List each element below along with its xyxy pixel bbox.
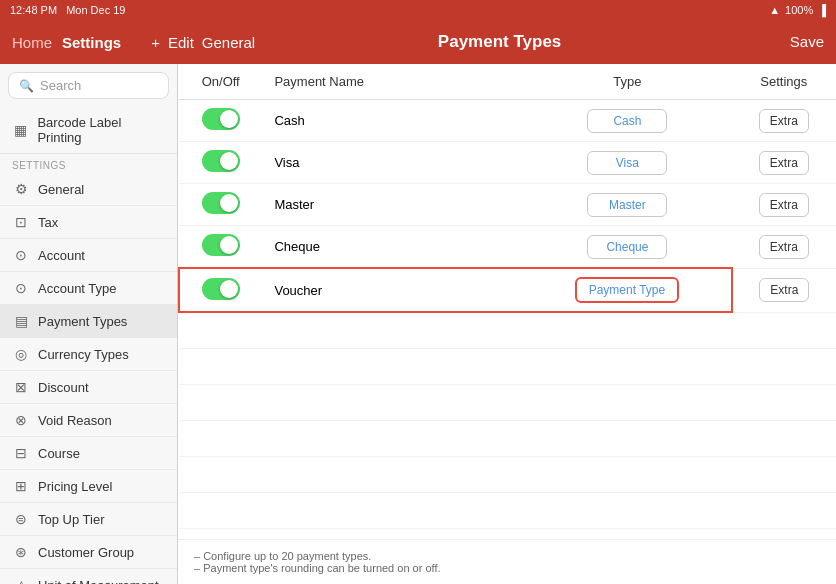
table-row-visa[interactable]: VisaVisaExtra <box>179 142 836 184</box>
discount-label: Discount <box>38 380 89 395</box>
footer-line-2: – Payment type's rounding can be turned … <box>194 562 820 574</box>
wifi-icon: ▲ <box>769 4 780 16</box>
sidebar-item-barcode[interactable]: ▦ Barcode Label Printing <box>0 107 177 154</box>
status-time: 12:48 PM Mon Dec 19 <box>10 4 125 16</box>
sidebar-item-account-type[interactable]: ⊙ Account Type <box>0 272 177 305</box>
time-display: 12:48 PM <box>10 4 57 16</box>
table-row-voucher[interactable]: VoucherPayment TypeExtra <box>179 268 836 312</box>
type-btn-cheque[interactable]: Cheque <box>587 235 667 259</box>
col-header-type: Type <box>523 64 732 100</box>
toggle-master[interactable] <box>202 192 240 214</box>
status-indicators: ▲ 100% ▐ <box>769 4 826 16</box>
sidebar-item-pricing-level[interactable]: ⊞ Pricing Level <box>0 470 177 503</box>
empty-row <box>179 492 836 528</box>
edit-button[interactable]: Edit <box>168 34 194 51</box>
name-cell-visa: Visa <box>262 142 523 184</box>
footer-line-1: – Configure up to 20 payment types. <box>194 550 820 562</box>
battery-icon: ▐ <box>818 4 826 16</box>
name-cell-master: Master <box>262 184 523 226</box>
settings-cell-master: Extra <box>732 184 836 226</box>
type-btn-master[interactable]: Master <box>587 193 667 217</box>
col-header-settings: Settings <box>732 64 836 100</box>
settings-cell-cheque: Extra <box>732 226 836 269</box>
table-header-row: On/Off Payment Name Type Settings <box>179 64 836 100</box>
table-row-cheque[interactable]: ChequeChequeExtra <box>179 226 836 269</box>
unit-measurement-label: Unit of Measurement <box>38 578 159 585</box>
customer-group-label: Customer Group <box>38 545 134 560</box>
extra-btn-cash[interactable]: Extra <box>759 109 809 133</box>
name-cell-cheque: Cheque <box>262 226 523 269</box>
settings-nav-item[interactable]: Settings <box>62 34 121 51</box>
extra-btn-voucher[interactable]: Extra <box>759 278 809 302</box>
top-up-tier-label: Top Up Tier <box>38 512 104 527</box>
add-button[interactable]: + <box>151 34 160 51</box>
toggle-cell-cheque <box>179 226 262 269</box>
type-cell-cash: Cash <box>523 100 732 142</box>
sidebar-item-unit-measurement[interactable]: △ Unit of Measurement <box>0 569 177 584</box>
void-reason-label: Void Reason <box>38 413 112 428</box>
table-row-cash[interactable]: CashCashExtra <box>179 100 836 142</box>
table-container: On/Off Payment Name Type Settings CashCa… <box>178 64 836 539</box>
nav-center: Payment Types <box>255 32 744 52</box>
battery-display: 100% <box>785 4 813 16</box>
type-cell-voucher: Payment Type <box>523 268 732 312</box>
empty-row <box>179 384 836 420</box>
type-btn-cash[interactable]: Cash <box>587 109 667 133</box>
sidebar-item-tax[interactable]: ⊡ Tax <box>0 206 177 239</box>
toggle-cash[interactable] <box>202 108 240 130</box>
payment-types-label: Payment Types <box>38 314 127 329</box>
search-icon: 🔍 <box>19 79 34 93</box>
sidebar-item-course[interactable]: ⊟ Course <box>0 437 177 470</box>
toggle-cell-visa <box>179 142 262 184</box>
toggle-cell-voucher <box>179 268 262 312</box>
toggle-cheque[interactable] <box>202 234 240 256</box>
col-header-onoff: On/Off <box>179 64 262 100</box>
extra-btn-master[interactable]: Extra <box>759 193 809 217</box>
sidebar-item-account[interactable]: ⊙ Account <box>0 239 177 272</box>
course-label: Course <box>38 446 80 461</box>
name-cell-voucher: Voucher <box>262 268 523 312</box>
account-type-icon: ⊙ <box>12 280 30 296</box>
footer-note: – Configure up to 20 payment types. – Pa… <box>178 539 836 584</box>
top-nav: Home Settings + Edit General Payment Typ… <box>0 20 836 64</box>
void-reason-icon: ⊗ <box>12 412 30 428</box>
barcode-label: Barcode Label Printing <box>37 115 165 145</box>
empty-row <box>179 312 836 348</box>
date-display: Mon Dec 19 <box>66 4 125 16</box>
page-title: Payment Types <box>438 32 561 51</box>
payment-types-icon: ▤ <box>12 313 30 329</box>
search-box[interactable]: 🔍 Search <box>8 72 169 99</box>
sidebar-item-void-reason[interactable]: ⊗ Void Reason <box>0 404 177 437</box>
type-btn-voucher[interactable]: Payment Type <box>575 277 680 303</box>
sidebar-item-top-up-tier[interactable]: ⊜ Top Up Tier <box>0 503 177 536</box>
sidebar-item-customer-group[interactable]: ⊛ Customer Group <box>0 536 177 569</box>
table-row-master[interactable]: MasterMasterExtra <box>179 184 836 226</box>
toggle-voucher[interactable] <box>202 278 240 300</box>
settings-cell-cash: Extra <box>732 100 836 142</box>
tax-icon: ⊡ <box>12 214 30 230</box>
customer-group-icon: ⊛ <box>12 544 30 560</box>
empty-row <box>179 528 836 539</box>
toggle-visa[interactable] <box>202 150 240 172</box>
general-label: General <box>38 182 84 197</box>
settings-cell-voucher: Extra <box>732 268 836 312</box>
type-cell-visa: Visa <box>523 142 732 184</box>
general-button[interactable]: General <box>202 34 255 51</box>
extra-btn-visa[interactable]: Extra <box>759 151 809 175</box>
discount-icon: ⊠ <box>12 379 30 395</box>
sidebar-item-general[interactable]: ⚙ General <box>0 173 177 206</box>
sidebar-item-payment-types[interactable]: ▤ Payment Types <box>0 305 177 338</box>
account-icon: ⊙ <box>12 247 30 263</box>
settings-cell-visa: Extra <box>732 142 836 184</box>
pricing-level-icon: ⊞ <box>12 478 30 494</box>
account-type-label: Account Type <box>38 281 117 296</box>
sidebar-item-currency-types[interactable]: ◎ Currency Types <box>0 338 177 371</box>
home-nav-item[interactable]: Home <box>12 34 52 51</box>
search-placeholder: Search <box>40 78 81 93</box>
currency-types-icon: ◎ <box>12 346 30 362</box>
extra-btn-cheque[interactable]: Extra <box>759 235 809 259</box>
currency-types-label: Currency Types <box>38 347 129 362</box>
type-btn-visa[interactable]: Visa <box>587 151 667 175</box>
sidebar-item-discount[interactable]: ⊠ Discount <box>0 371 177 404</box>
save-button[interactable]: Save <box>790 33 824 50</box>
